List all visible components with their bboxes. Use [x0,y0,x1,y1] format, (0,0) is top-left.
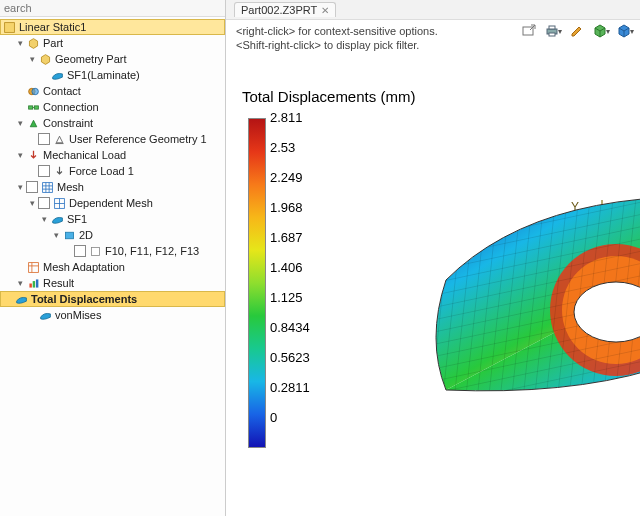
svg-rect-15 [65,232,73,239]
svg-rect-7 [42,182,52,192]
constraint-icon [26,116,40,130]
checkbox[interactable] [38,165,50,177]
tree-label: 2D [79,229,93,241]
svg-rect-25 [549,26,555,29]
tree-result[interactable]: ▾ Result [0,275,225,291]
fixed-icon [52,132,66,146]
svg-rect-4 [34,105,38,108]
document-tab[interactable]: Part002.Z3PRT ✕ [234,2,336,17]
dropdown-icon: ▾ [606,27,610,36]
tree-2d[interactable]: ▾ 2D [0,227,225,243]
contact-icon [26,84,40,98]
force-icon [52,164,66,178]
tree-dep-mesh[interactable]: ▾ Dependent Mesh [0,195,225,211]
chevron-down-icon[interactable]: ▾ [26,54,38,64]
load-icon [26,148,40,162]
tick-label: 1.406 [270,262,310,292]
hint-line: <Shift-right-click> to display pick filt… [236,38,630,52]
tree-label: Geometry Part [55,53,127,65]
tree-label: Linear Static1 [19,21,86,33]
tree-total-displacements[interactable]: Total Displacements [0,291,225,307]
svg-rect-16 [91,247,99,255]
surface-icon [50,212,64,226]
geometry-icon [38,52,52,66]
svg-rect-20 [29,283,31,287]
tree-geometry-part[interactable]: ▾ Geometry Part [0,51,225,67]
tick-label: 1.125 [270,292,310,322]
fea-result-plot[interactable] [386,170,640,430]
tick-label: 2.249 [270,172,310,202]
chevron-down-icon[interactable]: ▾ [14,278,26,288]
tree-label: Dependent Mesh [69,197,153,209]
checkbox[interactable] [26,181,38,193]
svg-rect-3 [28,105,32,108]
tree-constraint[interactable]: ▾ Constraint [0,115,225,131]
tab-label: Part002.Z3PRT [241,4,317,16]
view-toolbar: ▾ ▾ ▾ [520,22,634,40]
checkbox[interactable] [74,245,86,257]
search-input[interactable] [4,2,221,14]
print-icon[interactable]: ▾ [544,22,562,40]
mesh-adapt-icon [26,260,40,274]
shaded-cube-icon[interactable]: ▾ [616,22,634,40]
tree-mech-load[interactable]: ▾ Mechanical Load [0,147,225,163]
chevron-down-icon[interactable]: ▾ [14,38,26,48]
chevron-down-icon[interactable]: ▾ [50,230,62,240]
tree-label: Mechanical Load [43,149,126,161]
tree-label: Force Load 1 [69,165,134,177]
tree-label: Contact [43,85,81,97]
tree-mesh-adapt[interactable]: Mesh Adaptation [0,259,225,275]
color-bar-ticks: 2.811 2.53 2.249 1.968 1.687 1.406 1.125… [270,112,310,442]
chevron-down-icon[interactable]: ▾ [38,214,50,224]
dropdown-icon: ▾ [630,27,634,36]
tick-label: 1.687 [270,232,310,262]
cube-icon[interactable]: ▾ [592,22,610,40]
tree-faces[interactable]: F10, F11, F12, F13 [0,243,225,259]
tree-label: Mesh Adaptation [43,261,125,273]
chevron-down-icon[interactable]: ▾ [14,182,26,192]
result-icon [26,276,40,290]
tree-contact[interactable]: Contact [0,83,225,99]
tick-label: 2.53 [270,142,310,172]
stress-icon [38,308,52,322]
main-viewport: Part002.Z3PRT ✕ <right-click> for contex… [226,0,640,516]
dropdown-icon: ▾ [558,27,562,36]
tree-label: User Reference Geometry 1 [69,133,207,145]
chevron-down-icon[interactable]: ▾ [14,118,26,128]
checkbox[interactable] [38,133,50,145]
chevron-down-icon[interactable]: ▾ [14,150,26,160]
tree-sf1[interactable]: ▾ SF1 [0,211,225,227]
tree-label: Mesh [57,181,84,193]
svg-rect-21 [32,281,34,288]
tree-label: F10, F11, F12, F13 [105,245,199,257]
svg-rect-17 [28,262,38,272]
2d-icon [62,228,76,242]
tree-part[interactable]: ▾ Part [0,35,225,51]
tree-sf1-laminate[interactable]: SF1(Laminate) [0,67,225,83]
tick-label: 2.811 [270,112,310,142]
connection-icon [26,100,40,114]
tree-label: Result [43,277,74,289]
tree-label: SF1 [67,213,87,225]
checkbox[interactable] [38,197,50,209]
tick-label: 0.8434 [270,322,310,352]
model-tree-panel: Linear Static1 ▾ Part ▾ Geometry Part SF… [0,0,226,516]
tree-connection[interactable]: Connection [0,99,225,115]
close-icon[interactable]: ✕ [321,5,329,16]
tree-force-load[interactable]: Force Load 1 [0,163,225,179]
tree-vonmises[interactable]: vonMises [0,307,225,323]
tree-mesh[interactable]: ▾ Mesh [0,179,225,195]
svg-rect-26 [549,33,555,36]
svg-rect-22 [35,279,37,287]
tree-user-ref-geom[interactable]: User Reference Geometry 1 [0,131,225,147]
pencil-icon[interactable] [568,22,586,40]
tree-study[interactable]: Linear Static1 [0,19,225,35]
tab-bar: Part002.Z3PRT ✕ [226,0,640,20]
export-icon[interactable] [520,22,538,40]
model-tree: Linear Static1 ▾ Part ▾ Geometry Part SF… [0,17,225,325]
tick-label: 0 [270,412,310,442]
tree-label: Constraint [43,117,93,129]
chevron-down-icon[interactable]: ▾ [26,198,38,208]
mesh-icon [52,196,66,210]
tree-label: Connection [43,101,99,113]
